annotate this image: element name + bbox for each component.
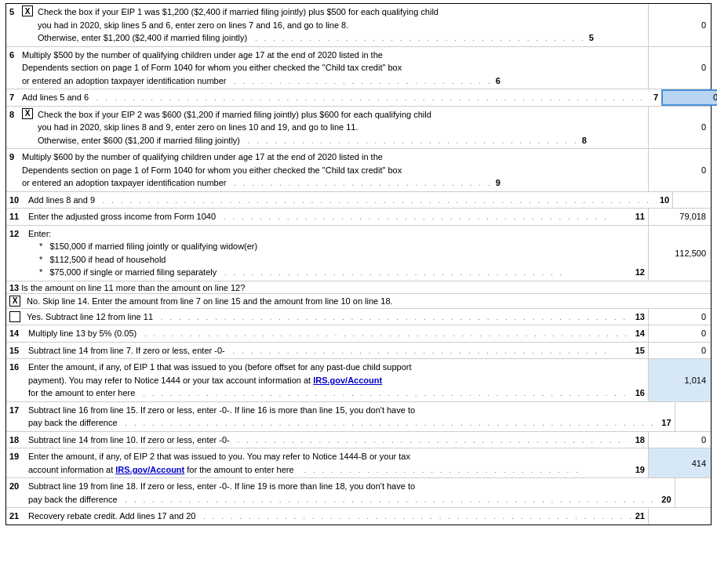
line-11-num: 11 bbox=[9, 210, 27, 223]
line-13-yes-row: Yes. Subtract line 12 from line 11 . . .… bbox=[6, 309, 711, 326]
line-12-content: 12 Enter: * $150,000 if married filing j… bbox=[6, 226, 648, 281]
line-5-checkbox[interactable]: X bbox=[22, 5, 33, 16]
line-21-text: Recovery rebate credit. Add lines 17 and… bbox=[28, 510, 195, 523]
line-12-bullet3: * $75,000 if single or married filing se… bbox=[39, 266, 217, 279]
line-12-dots: . . . . . . . . . . . . . . . . . . . . … bbox=[220, 267, 632, 278]
line-5-amount: 0 bbox=[648, 4, 711, 46]
line-12-text: Enter: bbox=[28, 227, 645, 241]
line-15-ref: 15 bbox=[635, 344, 645, 358]
form-container: 5 X Check the box if your EIP 1 was $1,2… bbox=[5, 3, 712, 525]
line-9-text3: or entered an adoption taxpayer identifi… bbox=[22, 176, 227, 190]
line-20-amount: 0 bbox=[675, 478, 717, 507]
line-7-num: 7 bbox=[9, 91, 20, 104]
line-13-yes-checkbox[interactable] bbox=[9, 311, 20, 322]
line-19-text2: account information at bbox=[28, 463, 113, 477]
line-12-row: 12 Enter: * $150,000 if married filing j… bbox=[6, 226, 711, 281]
line-5-text2: you had in 2020, skip lines 5 and 6, ent… bbox=[38, 19, 594, 32]
line-15-num: 15 bbox=[9, 344, 27, 358]
line-12-num: 12 bbox=[9, 227, 27, 241]
line-9-num: 9 bbox=[9, 151, 20, 164]
line-5-content: 5 X Check the box if your EIP 1 was $1,2… bbox=[6, 4, 648, 46]
line-18-ref: 18 bbox=[635, 434, 645, 447]
line-9-text2: Dependents section on page 1 of Form 104… bbox=[22, 164, 500, 177]
line-9-amount: 0 bbox=[648, 149, 711, 191]
line-12-ref: 12 bbox=[635, 266, 645, 279]
line-8-ref: 8 bbox=[582, 134, 587, 147]
line-8-num: 8 bbox=[9, 108, 20, 122]
line-20-content: 20 Subtract line 19 from line 18. If zer… bbox=[6, 478, 675, 507]
line-18-content: 18 Subtract line 14 from line 10. If zer… bbox=[6, 432, 648, 448]
line-19-amount: 414 bbox=[648, 448, 711, 477]
line-5-num: 5 bbox=[9, 5, 20, 19]
line-13-num: 13 bbox=[9, 283, 19, 292]
line-13-no-checkbox[interactable]: X bbox=[9, 296, 20, 307]
line-14-text: Multiply line 13 by 5% (0.05) bbox=[28, 327, 136, 340]
line-9-dots: . . . . . . . . . . . . . . . . . . . . … bbox=[230, 177, 493, 189]
line-6-text3: or entered an adoption taxpayer identifi… bbox=[22, 74, 227, 88]
line-8-text2: you had in 2020, skip lines 8 and 9, ent… bbox=[38, 121, 587, 134]
line-18-num: 18 bbox=[9, 434, 27, 447]
line-10-dots: . . . . . . . . . . . . . . . . . . . . … bbox=[98, 194, 657, 206]
line-13-no-row: X No. Skip line 14. Enter the amount fro… bbox=[6, 294, 711, 309]
line-17-text2: pay back the difference bbox=[28, 416, 118, 430]
line-17-ref: 17 bbox=[661, 416, 671, 430]
line-7-row: 7 Add lines 5 and 6 . . . . . . . . . . … bbox=[6, 89, 711, 107]
line-8-text3: Otherwise, enter $600 ($1,200 if married… bbox=[38, 134, 240, 147]
line-20-text1: Subtract line 19 from line 18. If zero o… bbox=[28, 480, 672, 493]
line-15-dots: . . . . . . . . . . . . . . . . . . . . … bbox=[228, 345, 632, 357]
line-6-amount: 0 bbox=[648, 47, 711, 89]
line-21-num: 21 bbox=[9, 510, 27, 523]
line-21-row: 21 Recovery rebate credit. Add lines 17 … bbox=[6, 508, 711, 524]
line-13-amount: 0 bbox=[648, 309, 711, 325]
line-19-content: 19 Enter the amount, if any, of EIP 2 th… bbox=[6, 448, 648, 477]
line-20-ref: 20 bbox=[661, 493, 671, 506]
line-6-text2: Dependents section on page 1 of Form 104… bbox=[22, 61, 500, 74]
line-9-content: 9 Multiply $600 by the number of qualify… bbox=[6, 149, 648, 191]
line-11-ref: 11 bbox=[635, 210, 645, 223]
line-10-row: 10 Add lines 8 and 9 . . . . . . . . . .… bbox=[6, 192, 711, 209]
line-5-ref: 5 bbox=[589, 31, 594, 45]
line-8-checkbox[interactable]: X bbox=[22, 108, 33, 119]
line-16-link[interactable]: IRS.gov/Account bbox=[313, 374, 382, 387]
line-7-dots: . . . . . . . . . . . . . . . . . . . . … bbox=[92, 92, 650, 103]
line-19-link[interactable]: IRS.gov/Account bbox=[115, 463, 184, 477]
line-8-dots: . . . . . . . . . . . . . . . . . . . . … bbox=[243, 135, 579, 147]
line-16-content: 16 Enter the amount, if any, of EIP 1 th… bbox=[6, 359, 648, 401]
line-21-amount bbox=[648, 508, 711, 524]
line-7-content: 7 Add lines 5 and 6 . . . . . . . . . . … bbox=[6, 89, 661, 106]
line-17-num: 17 bbox=[9, 404, 27, 417]
line-6-row: 6 Multiply $500 by the number of qualify… bbox=[6, 47, 711, 90]
line-9-ref: 9 bbox=[496, 176, 500, 190]
line-18-dots: . . . . . . . . . . . . . . . . . . . . … bbox=[233, 434, 632, 446]
line-6-num: 6 bbox=[9, 49, 20, 62]
line-8-row: 8 X Check the box if your EIP 2 was $600… bbox=[6, 107, 711, 150]
line-19-num: 19 bbox=[9, 450, 27, 463]
line-21-ref: 21 bbox=[635, 510, 645, 523]
line-11-row: 11 Enter the adjusted gross income from … bbox=[6, 209, 711, 226]
line-18-amount: 0 bbox=[648, 432, 711, 448]
line-11-dots: . . . . . . . . . . . . . . . . . . . . … bbox=[219, 211, 632, 223]
line-20-row: 20 Subtract line 19 from line 18. If zer… bbox=[6, 478, 711, 508]
line-14-ref: 14 bbox=[635, 327, 645, 340]
line-17-amount: 0 bbox=[675, 402, 717, 431]
line-12-bullet1: * $150,000 if married filing jointly or … bbox=[28, 240, 645, 253]
line-16-row: 16 Enter the amount, if any, of EIP 1 th… bbox=[6, 359, 711, 402]
line-5-row: 5 X Check the box if your EIP 1 was $1,2… bbox=[6, 4, 711, 47]
line-12-amount: 112,500 bbox=[648, 226, 711, 281]
line-16-amount: 1,014 bbox=[648, 359, 711, 401]
line-16-text1: Enter the amount, if any, of EIP 1 that … bbox=[28, 361, 645, 374]
line-14-row: 14 Multiply line 13 by 5% (0.05) . . . .… bbox=[6, 325, 711, 343]
line-7-text: Add lines 5 and 6 bbox=[22, 91, 89, 104]
line-6-dots: . . . . . . . . . . . . . . . . . . . . … bbox=[230, 75, 493, 87]
line-19-ref: 19 bbox=[635, 463, 645, 477]
line-13-yes-content: Yes. Subtract line 12 from line 11 . . .… bbox=[6, 309, 648, 325]
line-15-text: Subtract line 14 from line 7. If zero or… bbox=[28, 344, 225, 358]
line-17-row: 17 Subtract line 16 from line 15. If zer… bbox=[6, 402, 711, 432]
line-10-ref: 10 bbox=[660, 194, 669, 207]
line-10-amount: 0 bbox=[672, 192, 717, 209]
line-10-num: 10 bbox=[9, 194, 27, 207]
line-11-content: 11 Enter the adjusted gross income from … bbox=[6, 209, 648, 225]
line-20-dots: . . . . . . . . . . . . . . . . . . . . … bbox=[121, 494, 659, 506]
line-9-row: 9 Multiply $600 by the number of qualify… bbox=[6, 149, 711, 192]
line-10-content: 10 Add lines 8 and 9 . . . . . . . . . .… bbox=[6, 192, 672, 209]
